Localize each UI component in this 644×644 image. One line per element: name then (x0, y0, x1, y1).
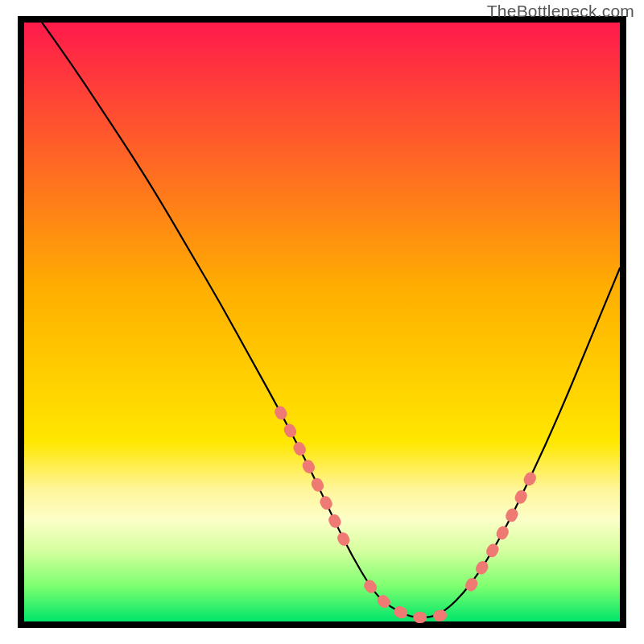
gradient-background (24, 23, 620, 621)
bottleneck-chart (0, 0, 644, 644)
chart-container: TheBottleneck.com (0, 0, 644, 644)
watermark-text: TheBottleneck.com (487, 2, 634, 21)
